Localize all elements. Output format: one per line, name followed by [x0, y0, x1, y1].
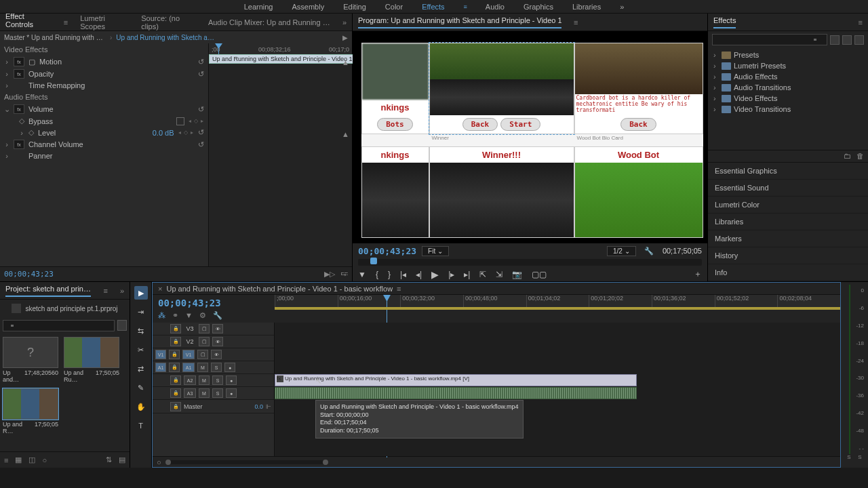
slip-tool-icon[interactable]: ⇄ [134, 362, 148, 375]
nav-graphics[interactable]: Graphics [524, 3, 553, 11]
ec-section-toggle-icon[interactable]: ▲ [342, 58, 349, 66]
nav-assembly[interactable]: Assembly [292, 3, 325, 11]
reset-icon[interactable]: ↺ [198, 128, 204, 137]
folder-lumetri-presets[interactable]: ›Lumetri Presets [711, 60, 865, 71]
effect-time-remapping[interactable]: ›Time Remapping [0, 80, 208, 91]
track-v3[interactable]: 🔒V3▢👁 [153, 323, 274, 336]
sequence-tab[interactable]: Up and Running with Sketch and Principle… [166, 285, 393, 293]
nav-effects-menu-icon[interactable]: ≡ [464, 3, 467, 10]
lock-icon[interactable]: 🔒 [169, 363, 180, 372]
resolution-select[interactable]: 1/2 ⌄ [607, 246, 636, 256]
razor-tool-icon[interactable]: ✂ [134, 343, 148, 357]
panel-link-libraries[interactable]: Libraries [708, 214, 868, 230]
keyframe-nav[interactable]: ◂ ◇ ▸ [189, 118, 204, 124]
lock-icon[interactable]: 🔒 [170, 402, 181, 411]
ec-play-only-icon[interactable]: ▶▷ [324, 270, 335, 279]
program-menu-icon[interactable]: ≡ [574, 18, 578, 26]
keyframe-nav[interactable]: ◂ ◇ ▸ [178, 129, 194, 136]
export-frame-icon[interactable]: 📷 [512, 270, 522, 279]
track-a3[interactable]: 🔒A3MS● [153, 387, 274, 400]
folder-presets[interactable]: ›Presets [711, 49, 865, 60]
effect-motion[interactable]: ›fx▢Motion↺ [0, 56, 208, 68]
nav-overflow[interactable]: » [620, 3, 624, 11]
effect-controls-menu-icon[interactable]: ≡ [64, 18, 68, 26]
mute-icon[interactable]: M [199, 375, 210, 385]
tab-effect-controls[interactable]: Effect Controls [5, 12, 52, 33]
nav-color[interactable]: Color [385, 3, 403, 11]
add-marker-icon[interactable]: ▼ [358, 270, 366, 279]
tab-source[interactable]: Source: (no clips) [141, 14, 196, 30]
solo-icon[interactable]: S [211, 363, 222, 372]
mute-icon[interactable]: M [197, 363, 208, 372]
source-patch-icon[interactable]: V1 [155, 350, 166, 359]
effect-channel-volume[interactable]: ›fxChannel Volume↺ [0, 138, 208, 150]
tab-program[interactable]: Program: Up and Running with Sketch and … [358, 16, 561, 28]
ec-target-clip[interactable]: Up and Running with Sketch an… [116, 34, 218, 41]
project-search-input[interactable] [3, 320, 115, 331]
effect-volume[interactable]: ⌄fxVolume↺ [0, 103, 208, 115]
project-filter-icon[interactable] [117, 320, 127, 331]
ec-section-toggle-icon[interactable]: ▲ [342, 130, 349, 138]
mark-in-icon[interactable]: { [376, 270, 378, 279]
level-value[interactable]: 0.0 dB [153, 129, 174, 137]
effects-menu-icon[interactable]: ≡ [859, 18, 863, 26]
playhead-icon[interactable] [370, 258, 377, 264]
bin-item[interactable]: ?Up and…17;48;20560 [3, 337, 58, 383]
tab-project[interactable]: Project: sketch and principle pt.1 [5, 285, 91, 297]
nav-libraries[interactable]: Libraries [572, 3, 601, 11]
reset-icon[interactable]: ↺ [198, 105, 204, 114]
nav-audio[interactable]: Audio [486, 3, 505, 11]
effects-search-input[interactable] [712, 34, 827, 45]
lock-icon[interactable]: 🔒 [170, 388, 181, 398]
step-back-icon[interactable]: ◂| [416, 270, 422, 279]
folder-audio-effects[interactable]: ›Audio Effects [711, 71, 865, 82]
panel-link-info[interactable]: Info [708, 264, 868, 281]
reset-icon[interactable]: ↺ [198, 70, 204, 79]
toggle-sync-icon[interactable]: 👁 [212, 337, 223, 346]
track-a2[interactable]: 🔒A2MS● [153, 374, 274, 387]
nav-effects[interactable]: Effects [422, 3, 444, 11]
zoom-fit-select[interactable]: Fit ⌄ [422, 246, 449, 256]
settings-icon[interactable]: ⚙ [199, 311, 206, 320]
type-tool-icon[interactable]: T [134, 419, 148, 432]
selection-tool-icon[interactable]: ▶ [134, 286, 148, 300]
keyframe-toggle-icon[interactable]: ◇ [19, 117, 24, 125]
voiceover-icon[interactable]: ● [226, 388, 237, 398]
zoom-slider[interactable]: ○ [42, 456, 47, 464]
add-marker-icon[interactable]: ▼ [185, 311, 193, 320]
bypass-checkbox[interactable] [176, 117, 184, 125]
source-patch-icon[interactable]: A1 [155, 363, 166, 372]
panel-link-markers[interactable]: Markers [708, 230, 868, 247]
close-sequence-icon[interactable]: × [158, 285, 162, 293]
video-clip[interactable]: fxUp and Running with Sketch and Princip… [275, 374, 637, 386]
goto-out-icon[interactable]: ▸| [464, 270, 470, 279]
list-view-icon[interactable]: ≡ [4, 456, 8, 464]
settings-icon[interactable]: 🔧 [644, 247, 654, 255]
track-v1[interactable]: V1🔒V1▢👁 [153, 348, 274, 361]
motion-toggle-icon[interactable]: ▢ [28, 58, 35, 66]
ripple-edit-tool-icon[interactable]: ⇆ [134, 324, 148, 338]
bin-item[interactable]: Up and R…17;50;05 [3, 388, 58, 434]
voiceover-icon[interactable]: ● [226, 375, 237, 385]
mark-out-icon[interactable]: } [388, 270, 391, 279]
fx-filter-accel-icon[interactable] [830, 35, 840, 45]
audio-meter[interactable]: 0-6-12-18-24-30-36-42-48- - [849, 285, 865, 454]
wrench-icon[interactable]: 🔧 [213, 311, 222, 320]
mute-icon[interactable]: M [199, 388, 210, 398]
freeform-view-icon[interactable]: ◫ [28, 455, 35, 464]
reset-icon[interactable]: ↺ [198, 58, 204, 66]
sequence-menu-icon[interactable]: ≡ [397, 285, 401, 293]
panel-link-essential-graphics[interactable]: Essential Graphics [708, 163, 868, 180]
comparison-icon[interactable]: ▢▢ [532, 270, 547, 279]
lock-icon[interactable]: 🔒 [170, 324, 181, 333]
track-select-tool-icon[interactable]: ⇥ [134, 305, 148, 319]
folder-audio-transitions[interactable]: ›Audio Transitions [711, 82, 865, 93]
track-v2[interactable]: 🔒V2▢👁 [153, 336, 274, 348]
bin-item[interactable]: Up and Ru…17;50;05 [64, 337, 119, 383]
toggle-output-icon[interactable]: ▢ [199, 324, 210, 333]
tab-effects-browser[interactable]: Effects [713, 16, 736, 28]
folder-video-effects[interactable]: ›Video Effects [711, 93, 865, 104]
ec-play-icon[interactable]: ▶ [342, 34, 348, 41]
lift-icon[interactable]: ⇱ [479, 270, 486, 279]
lock-icon[interactable]: 🔒 [170, 375, 181, 385]
